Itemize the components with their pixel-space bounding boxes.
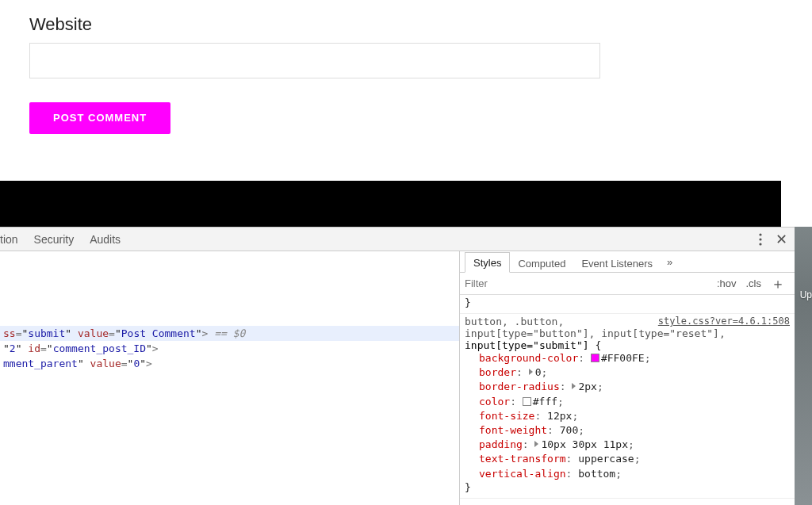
color-swatch-icon[interactable] — [591, 354, 599, 362]
attr-value: submit — [28, 327, 65, 339]
dom-line[interactable]: "2" id="comment_post_ID"> — [0, 341, 459, 356]
selector-matched: input[type="submit"] — [465, 339, 589, 351]
val: 2px — [578, 381, 596, 392]
brace-close: } — [465, 481, 471, 493]
more-tabs-icon[interactable]: » — [661, 252, 679, 272]
post-comment-button[interactable]: POST COMMENT — [29, 102, 170, 134]
page-footer-band — [0, 181, 781, 227]
elements-dom-tree[interactable]: ss="submit" value="Post Comment"> == $0 … — [0, 251, 460, 505]
dom-line[interactable]: mment_parent" value="0"> — [0, 356, 459, 371]
new-style-rule-icon[interactable]: ＋ — [766, 277, 790, 291]
comment-form: Website POST COMMENT — [29, 14, 600, 134]
prop: color — [479, 396, 510, 407]
prop: padding — [479, 438, 523, 450]
website-label: Website — [29, 14, 600, 35]
decl-border[interactable]: border: 0; — [465, 365, 790, 380]
svg-point-2 — [759, 243, 761, 245]
decl-background-color[interactable]: background-color: #FF00FE; — [465, 351, 790, 365]
attr-value: comment_post_ID — [53, 342, 146, 354]
attr-value: Post Comment — [121, 327, 196, 339]
styles-sidebar-tabs: Styles Computed Event Listeners » — [460, 251, 795, 273]
prop: border — [479, 366, 516, 378]
devtools-tab-truncated[interactable]: tion — [0, 233, 26, 246]
style-rule-element: } — [460, 295, 795, 314]
styles-filter-input[interactable] — [465, 277, 712, 289]
prop: border-radius — [479, 381, 560, 392]
val: 700 — [560, 424, 578, 436]
attr-name: value — [90, 358, 121, 369]
styles-toolbar: :hov .cls ＋ — [460, 273, 795, 295]
website-input[interactable] — [29, 43, 600, 78]
svg-point-0 — [759, 233, 761, 235]
devtools-tab-audits[interactable]: Audits — [82, 233, 128, 246]
devtools-close-icon[interactable]: ✕ — [771, 229, 791, 250]
decl-border-radius[interactable]: border-radius: 2px; — [465, 380, 790, 394]
tab-styles[interactable]: Styles — [465, 252, 510, 273]
attr-value: mment_parent — [3, 358, 78, 369]
brace-close: } — [465, 296, 471, 308]
devtools-panel: tion Security Audits ✕ ss="submit" value… — [0, 227, 795, 505]
color-swatch-icon[interactable] — [523, 397, 531, 406]
decl-vertical-align[interactable]: vertical-align: bottom; — [465, 467, 790, 481]
attr-value: 0 — [133, 358, 140, 369]
val: #fff — [533, 396, 557, 407]
style-rule[interactable]: style.css?ver=4.6.1:508 button, .button,… — [460, 314, 795, 499]
devtools-more-icon[interactable] — [750, 229, 771, 250]
decl-padding[interactable]: padding: 10px 30px 11px; — [465, 438, 790, 452]
rule-source-link[interactable]: style.css?ver=4.6.1:508 — [658, 316, 790, 327]
prop: vertical-align — [479, 468, 566, 480]
toggle-hov[interactable]: :hov — [712, 277, 741, 289]
devtools-main-tabbar: tion Security Audits ✕ — [0, 228, 795, 251]
attr-value: 2 — [10, 342, 16, 354]
toggle-cls[interactable]: .cls — [741, 277, 767, 289]
attr-name: value — [78, 327, 109, 339]
val: uppercase — [578, 453, 634, 465]
styles-panel: Styles Computed Event Listeners » :hov .… — [460, 251, 795, 505]
strip-text-4: Up — [800, 289, 812, 300]
decl-text-transform[interactable]: text-transform: uppercase; — [465, 452, 790, 466]
webpage-viewport: Website POST COMMENT — [0, 0, 812, 227]
decl-font-size[interactable]: font-size: 12px; — [465, 409, 790, 423]
decl-font-weight[interactable]: font-weight: 700; — [465, 423, 790, 438]
val: 10px 30px 11px — [541, 438, 628, 450]
devtools-tab-security[interactable]: Security — [26, 233, 82, 246]
tab-event-listeners[interactable]: Event Listeners — [573, 254, 661, 273]
decl-color[interactable]: color: #fff; — [465, 395, 790, 409]
dom-line-selected[interactable]: ss="submit" value="Post Comment"> == $0 — [0, 326, 459, 341]
expand-shorthand-icon[interactable] — [529, 366, 535, 378]
svg-point-1 — [759, 238, 761, 240]
prop: font-size — [479, 410, 534, 422]
val: bottom — [578, 468, 615, 480]
prop: font-weight — [479, 424, 547, 436]
val: 12px — [547, 410, 572, 422]
prop: text-transform — [479, 453, 566, 465]
attr-name: id — [28, 342, 40, 354]
val: #FF00FE — [601, 352, 645, 364]
attr-name: ss — [3, 327, 16, 339]
tab-computed[interactable]: Computed — [510, 254, 573, 273]
prop: background-color — [479, 352, 578, 364]
selected-marker: == $0 — [208, 327, 245, 339]
